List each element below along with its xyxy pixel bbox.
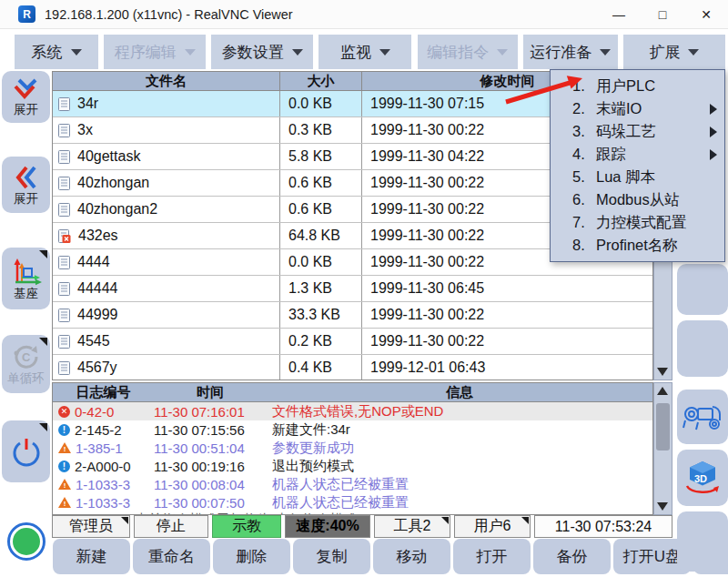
teach-pendant-icon — [682, 400, 723, 433]
scroll-up-icon[interactable] — [657, 387, 668, 395]
menu-item-label: 末端IO — [596, 99, 642, 119]
close-button[interactable]: ✕ — [684, 0, 728, 29]
status-speed[interactable]: 速度:40% — [285, 515, 370, 538]
scroll-down-icon[interactable] — [657, 502, 668, 511]
rename-button[interactable]: 重命名 — [133, 539, 210, 574]
power-button[interactable] — [2, 420, 50, 482]
log-message: 文件格式错误,无NOP或END — [267, 403, 652, 420]
menu-item-tracking[interactable]: 4.跟踪 — [551, 143, 724, 166]
file-name: 34r — [77, 96, 98, 112]
menu-item-number: 1. — [572, 77, 596, 95]
file-name: 432es — [78, 228, 118, 244]
warning-icon: ! — [58, 479, 71, 490]
menu-label: 扩展 — [649, 42, 680, 63]
status-mode-teach[interactable]: 示教 — [212, 515, 281, 538]
log-row[interactable]: !1-1033-3 11-30 00:07:50 机器人状态已经被重置 — [53, 493, 652, 511]
log-id: 0-42-0 — [75, 404, 114, 420]
menu-system[interactable]: 系统 — [15, 35, 98, 69]
log-message: 机器人状态已经被重置 — [267, 476, 652, 493]
file-name: 40zhongan2 — [77, 201, 157, 218]
menu-monitor[interactable]: 监视 — [318, 35, 411, 69]
menu-item-number: 2. — [572, 100, 596, 117]
teach-pendant-button[interactable] — [677, 390, 728, 444]
column-header-filename[interactable]: 文件名 — [53, 72, 279, 90]
move-button[interactable]: 移动 — [373, 539, 450, 574]
info-icon: ! — [58, 461, 70, 472]
menu-item-force-control[interactable]: 7.力控模式配置 — [551, 211, 724, 234]
menu-item-lua-script[interactable]: 5.Lua 脚本 — [551, 166, 724, 188]
file-icon — [58, 282, 70, 296]
cube-3d-rotate-icon: 3D — [682, 460, 723, 496]
menu-item-end-io[interactable]: 2.末端IO — [551, 97, 724, 120]
menu-item-user-plc[interactable]: 1.用户PLC — [551, 75, 724, 97]
status-clock: 11-30 07:53:24 — [534, 515, 672, 538]
log-table: 日志编号 时间 信息 ✕0-42-0 11-30 07:16:01 文件格式错误… — [52, 382, 653, 515]
expand-down-button[interactable]: 展开 — [2, 71, 50, 123]
table-row[interactable]: 4545 0.2 KB 1999-11-30 00:22 — [53, 329, 652, 355]
file-size: 0.0 KB — [279, 91, 361, 116]
expand-left-button[interactable]: 展开 — [2, 157, 50, 213]
right-panel-button-1[interactable] — [677, 264, 728, 315]
delete-button[interactable]: 删除 — [213, 539, 290, 574]
run-preparation-menu: 1.用户PLC 2.末端IO 3.码垛工艺 4.跟踪 5.Lua 脚本 6.Mo… — [550, 69, 725, 262]
base-coordinate-button[interactable]: 基座 — [2, 248, 50, 309]
menu-run-preparation[interactable]: 运行准备 — [523, 35, 618, 69]
column-header-size[interactable]: 大小 — [279, 72, 361, 90]
table-row[interactable]: 44444 1.3 KB 1999-11-30 06:45 — [53, 276, 652, 302]
log-scrollbar[interactable] — [653, 382, 672, 515]
menu-parameter-settings[interactable]: 参数设置 — [211, 35, 313, 69]
menu-item-label: 力控模式配置 — [596, 213, 686, 233]
file-modified: 1999-11-30 06:45 — [361, 276, 652, 301]
log-message: 参数更新成功 — [267, 440, 652, 457]
status-role[interactable]: 管理员 — [52, 515, 130, 538]
menu-extension[interactable]: 扩展 — [623, 35, 725, 69]
menu-item-number: 6. — [572, 191, 596, 208]
log-row[interactable]: !1-385-1 11-30 00:51:04 参数更新成功 — [53, 439, 652, 457]
menu-item-palletizing[interactable]: 3.码垛工艺 — [551, 120, 724, 143]
file-icon — [58, 309, 70, 322]
file-modified: 1999-11-30 00:22 — [361, 329, 652, 354]
copy-button[interactable]: 复制 — [293, 539, 370, 574]
warning-icon: ! — [58, 497, 71, 508]
record-icon — [7, 522, 46, 561]
record-run-button[interactable] — [2, 511, 50, 572]
side-label: 展开 — [14, 104, 38, 117]
menu-item-modbus-slave[interactable]: 6.Modbus从站 — [551, 188, 724, 211]
status-tool[interactable]: 工具2 — [374, 515, 450, 538]
log-row[interactable]: ✕0-42-0 11-30 07:16:01 文件格式错误,无NOP或END — [53, 402, 652, 420]
menu-label: 程序编辑 — [115, 42, 177, 63]
right-panel-button-2[interactable] — [677, 320, 728, 377]
log-row[interactable]: !1-1033-3 11-30 00:08:04 机器人状态已经被重置 — [53, 475, 652, 493]
title-bar: R 192.168.1.200 (x11vnc) - RealVNC Viewe… — [0, 0, 728, 29]
status-bar: 管理员 停止 示教 速度:40% 工具2 用户6 11-30 07:53:24 — [52, 515, 672, 538]
log-id: 1-385-1 — [76, 440, 123, 456]
log-row[interactable]: !2-145-2 11-30 07:15:56 新建文件:34r — [53, 420, 652, 439]
menu-bar: 系统 程序编辑 参数设置 监视 编辑指令 运行准备 扩展 — [0, 29, 728, 69]
maximize-button[interactable]: □ — [641, 0, 684, 29]
table-row[interactable]: 44999 33.3 KB 1999-11-30 00:22 — [53, 302, 652, 329]
minimize-button[interactable]: — — [597, 0, 641, 29]
file-icon — [58, 335, 70, 349]
menu-item-label: Modbus从站 — [596, 190, 680, 210]
status-run-state[interactable]: 停止 — [134, 515, 208, 538]
file-icon — [58, 177, 70, 190]
file-icon — [58, 124, 70, 137]
scroll-down-icon[interactable] — [657, 368, 668, 376]
open-button[interactable]: 打开 — [453, 539, 531, 574]
scrollbar-thumb[interactable] — [656, 403, 670, 450]
backup-button[interactable]: 备份 — [533, 539, 611, 574]
new-button[interactable]: 新建 — [53, 539, 130, 574]
long-press-corner-icon — [121, 517, 128, 524]
submenu-arrow-icon — [710, 104, 717, 115]
right-panel-button-clipped[interactable] — [677, 511, 728, 572]
file-size: 0.3 KB — [279, 117, 361, 143]
status-user[interactable]: 用户6 — [454, 515, 531, 538]
log-time: 11-30 00:51:04 — [154, 440, 267, 456]
file-name: 3x — [77, 122, 93, 138]
file-name: 4545 — [77, 333, 110, 349]
view-3d-button[interactable]: 3D — [677, 450, 728, 506]
menu-item-profinet-name[interactable]: 8.Profinet名称 — [551, 234, 724, 257]
table-row[interactable]: 4567y 0.4 KB 1999-12-01 06:43 — [53, 355, 652, 380]
log-row[interactable]: !2-A000-0 11-30 00:19:16 退出预约模式 — [53, 457, 652, 475]
status-user-label: 用户6 — [474, 517, 511, 536]
